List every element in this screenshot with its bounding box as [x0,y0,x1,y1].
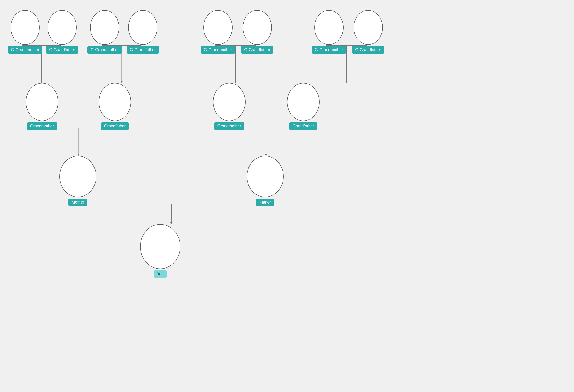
svg-marker-14 [77,154,80,156]
label-gm1: Grandmother [27,122,57,130]
avatar-gm1 [26,83,58,121]
svg-marker-8 [234,81,237,83]
avatar-gf2 [287,83,320,121]
node-gg2: G-Grandfather [46,10,78,54]
avatar-gg6 [243,10,272,45]
label-gg1: G-Grandmother [8,46,42,54]
node-you: You [140,224,181,278]
avatar-gg4 [128,10,157,45]
avatar-gm2 [213,83,246,121]
node-gg4: G-Grandfather [127,10,159,54]
avatar-gg2 [47,10,77,45]
node-gg7: G-Grandmother [312,10,346,54]
label-gg8: G-Grandfather [352,46,384,54]
label-gg7: G-Grandmother [312,46,346,54]
label-gg2: G-Grandfather [46,46,78,54]
label-gg6: G-Grandfather [241,46,273,54]
node-gg8: G-Grandfather [352,10,384,54]
avatar-gg5 [203,10,232,45]
node-gm1: Grandmother [26,83,58,130]
svg-marker-20 [170,222,173,224]
node-gg5: G-Grandmother [201,10,235,54]
svg-marker-11 [345,81,348,83]
svg-marker-5 [120,81,123,83]
avatar-father [247,156,284,197]
label-you: You [154,270,167,278]
label-mother: Mother [68,198,87,206]
family-tree: G-Grandmother G-Grandfather G-Grandmothe… [0,0,574,392]
avatar-gg7 [314,10,344,45]
node-father: Father [247,156,284,206]
label-gg4: G-Grandfather [127,46,159,54]
label-gg5: G-Grandmother [201,46,235,54]
node-gf2: Grandfather [287,83,320,130]
avatar-gf1 [99,83,131,121]
node-gm2: Grandmother [213,83,246,130]
node-gg1: G-Grandmother [8,10,42,54]
avatar-gg1 [11,10,40,45]
label-gf1: Grandfather [101,122,129,130]
avatar-gg3 [90,10,119,45]
avatar-you [140,224,181,269]
label-gg3: G-Grandmother [87,46,122,54]
node-gg6: G-Grandfather [241,10,273,54]
node-gg3: G-Grandmother [87,10,122,54]
label-father: Father [256,198,274,206]
node-mother: Mother [60,156,96,206]
svg-marker-17 [265,154,267,156]
label-gf2: Grandfather [289,122,317,130]
label-gm2: Grandmother [214,122,244,130]
avatar-gg8 [354,10,383,45]
svg-marker-2 [40,81,43,83]
node-gf1: Grandfather [99,83,131,130]
avatar-mother [60,156,96,197]
